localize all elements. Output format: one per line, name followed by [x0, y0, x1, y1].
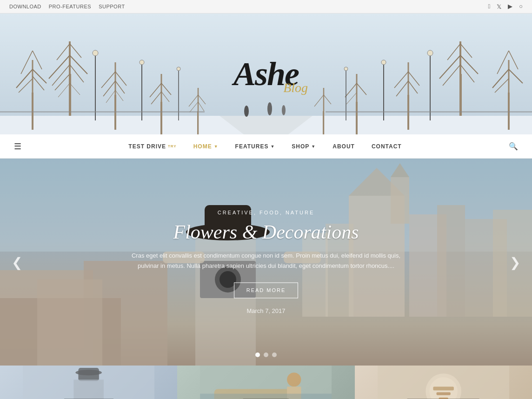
nav-link-contact[interactable]: CONTACT: [363, 143, 410, 150]
slider-next-button[interactable]: ❯: [505, 250, 525, 274]
svg-rect-116: [73, 379, 104, 399]
svg-rect-87: [0, 111, 205, 113]
hero-content: CREATIVE, FOOD, NATURE Flowers & Decorat…: [126, 210, 406, 314]
admin-link-support[interactable]: SUPPORT: [99, 4, 125, 9]
hamburger-icon[interactable]: ☰: [14, 141, 21, 152]
svg-rect-104: [37, 279, 102, 366]
svg-point-73: [93, 50, 98, 56]
nav-item-features: FEATURES ▼: [227, 143, 284, 150]
nav-item-shop: SHOP ▼: [283, 143, 324, 150]
read-more-button[interactable]: READ MORE: [234, 282, 299, 298]
nav-link-test-drive[interactable]: TEST DRIVETRY: [120, 143, 185, 150]
slider-dot-1[interactable]: [255, 352, 260, 357]
svg-rect-96: [437, 205, 465, 317]
nav-link-features[interactable]: FEATURES ▼: [227, 143, 284, 150]
nav-menu: TEST DRIVETRY HOME ▼ FEATURES ▼ SHOP ▼ A…: [21, 143, 509, 150]
twitter-icon[interactable]: 𝕏: [497, 3, 501, 10]
chevron-down-icon: ▼: [214, 144, 219, 149]
svg-point-77: [177, 67, 180, 71]
admin-link-download[interactable]: DOWNLOAD: [9, 4, 41, 9]
svg-point-85: [267, 102, 272, 115]
svg-point-121: [287, 372, 301, 386]
logo-sub-text: Blog: [283, 80, 308, 95]
admin-bar-links: DOWNLOAD PRO-FEATURES SUPPORT: [9, 4, 125, 9]
svg-point-75: [140, 60, 144, 65]
facebook-icon[interactable]: : [488, 3, 490, 10]
bottom-cards: DOWNLOAD FEATURES TRY PRO VERSION: [0, 366, 532, 399]
chevron-down-icon: ▼: [270, 144, 275, 149]
hero-title: Flowers & Decorations: [126, 221, 406, 243]
card-pro-version[interactable]: TRY PRO VERSION: [355, 366, 532, 399]
admin-link-pro-features[interactable]: PRO-FEATURES: [49, 4, 91, 9]
instagram-icon[interactable]: ▶: [508, 3, 512, 10]
main-nav: ☰ TEST DRIVETRY HOME ▼ FEATURES ▼ SHOP ▼: [0, 134, 532, 159]
svg-point-79: [427, 50, 433, 56]
nav-item-home: HOME ▼: [185, 143, 227, 150]
slider-dots: [255, 352, 277, 357]
nav-item-about: ABOUT: [324, 143, 363, 150]
slider-dot-3[interactable]: [272, 352, 277, 357]
slider-dot-2[interactable]: [264, 352, 268, 357]
nav-item-test-drive: TEST DRIVETRY: [120, 143, 185, 150]
pinterest-icon[interactable]: ○: [519, 3, 523, 10]
admin-bar-socials:  𝕏 ▶ ○: [488, 3, 523, 10]
svg-rect-128: [436, 392, 450, 395]
svg-point-84: [244, 106, 249, 117]
search-icon[interactable]: 🔍: [509, 142, 518, 151]
card-features[interactable]: FEATURES: [177, 366, 354, 399]
svg-rect-88: [326, 111, 532, 113]
nav-link-home[interactable]: HOME ▼: [185, 143, 227, 150]
nav-item-contact: CONTACT: [363, 143, 410, 150]
svg-rect-115: [78, 368, 99, 381]
site-header: Ashe Blog: [0, 13, 532, 134]
svg-point-86: [282, 105, 286, 115]
hero-date: March 7, 2017: [126, 307, 406, 314]
hero-categories: CREATIVE, FOOD, NATURE: [126, 210, 406, 215]
nav-link-shop[interactable]: SHOP ▼: [283, 143, 324, 150]
admin-bar: DOWNLOAD PRO-FEATURES SUPPORT  𝕏 ▶ ○: [0, 0, 532, 13]
chevron-down-icon: ▼: [311, 144, 316, 149]
svg-point-83: [344, 67, 348, 71]
svg-rect-127: [433, 386, 453, 390]
slider-prev-button[interactable]: ❮: [7, 250, 27, 274]
nav-link-about[interactable]: ABOUT: [324, 143, 363, 150]
card-download[interactable]: DOWNLOAD: [0, 366, 177, 399]
hero-excerpt: Cras eget elit convallis est condimentum…: [126, 251, 406, 271]
site-logo: Ashe Blog: [233, 57, 299, 91]
hero-slider: ❮ CREATIVE, FOOD, NATURE Flowers & Decor…: [0, 159, 532, 366]
svg-point-81: [381, 60, 386, 65]
